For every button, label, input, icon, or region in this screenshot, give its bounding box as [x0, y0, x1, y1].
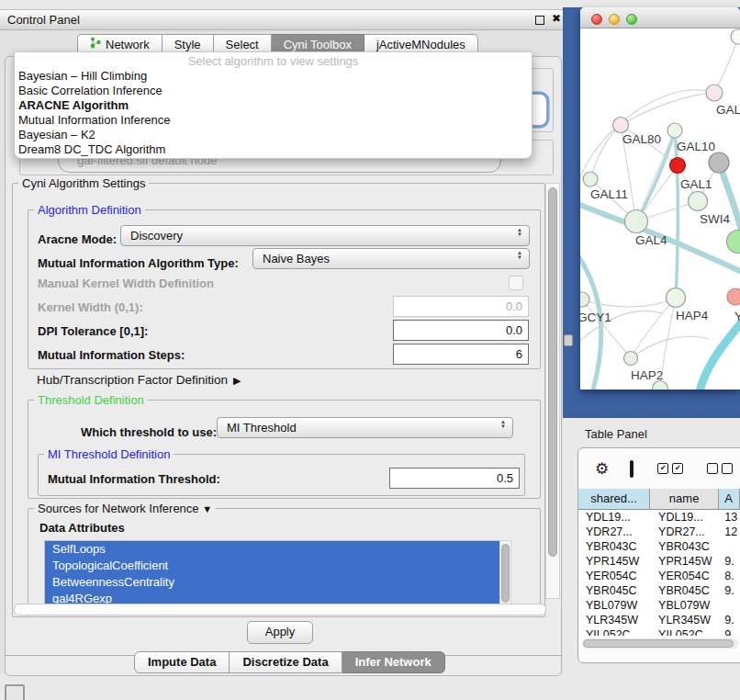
- float-window-icon[interactable]: [535, 16, 544, 25]
- columns-icon[interactable]: [630, 460, 633, 478]
- network-node[interactable]: [706, 85, 723, 101]
- collapsed-panel-icon[interactable]: [5, 684, 25, 700]
- settings-scrollbar-horizontal[interactable]: [14, 604, 546, 615]
- aracne-mode-value: Discovery: [130, 229, 183, 243]
- which-threshold-select[interactable]: MI Threshold ▲▼: [217, 417, 513, 438]
- dpi-tolerance-input[interactable]: 0.0: [393, 320, 529, 341]
- mi-threshold-input[interactable]: 0.5: [389, 468, 520, 489]
- network-node-label: Y: [734, 310, 740, 323]
- kernel-width-input[interactable]: 0.0: [393, 296, 529, 317]
- attribute-list-item[interactable]: BetweennessCentrality: [45, 574, 499, 591]
- scrollbar-thumb[interactable]: [548, 187, 557, 557]
- tab-infer-network[interactable]: Infer Network: [342, 651, 445, 673]
- table-row[interactable]: YBR045CYBR045C9.: [578, 583, 740, 598]
- scrollbar-thumb[interactable]: [583, 639, 734, 648]
- unchecked-box-icon: [722, 463, 733, 474]
- network-node-label: GAL10: [677, 140, 715, 153]
- manual-kernel-checkbox[interactable]: [509, 276, 523, 290]
- network-node[interactable]: [709, 152, 729, 173]
- network-node[interactable]: [689, 192, 708, 211]
- table-row[interactable]: YIL052CYIL052C9.: [578, 627, 740, 636]
- table-row[interactable]: YBL079WYBL079W: [578, 598, 740, 613]
- network-node-label: HAP4: [676, 309, 709, 322]
- mac-close-icon[interactable]: [591, 14, 602, 25]
- mi-threshold-group: MI Threshold Definition Mutual Informati…: [38, 454, 525, 496]
- threshold-definition-group: Threshold Definition Which threshold to …: [28, 400, 541, 499]
- network-node[interactable]: [731, 29, 740, 44]
- gear-icon[interactable]: ⚙: [595, 459, 609, 479]
- which-threshold-label: Which threshold to use:: [81, 425, 217, 439]
- close-icon[interactable]: ✖: [552, 12, 561, 25]
- network-node[interactable]: [670, 158, 686, 174]
- attribute-list-scrollbar[interactable]: [499, 540, 511, 606]
- network-node[interactable]: [625, 210, 648, 233]
- data-attributes-label: Data Attributes: [39, 521, 125, 535]
- bottom-tab-bar: Impute Data Discretize Data Infer Networ…: [134, 651, 445, 673]
- panel-splitter-handle[interactable]: [564, 334, 573, 346]
- table-scrollbar-horizontal[interactable]: [582, 638, 738, 649]
- table-cell: YLR345W: [650, 613, 719, 627]
- tab-label: Discretize Data: [242, 655, 328, 669]
- network-canvas[interactable]: GALGAL80GAL10GAL11GAL1SWI4GAL4GCY1HAP4YH…: [580, 28, 740, 390]
- table-cell: YDL19...: [578, 510, 650, 525]
- mac-minimize-icon[interactable]: [609, 14, 620, 25]
- algorithm-option[interactable]: ARACNE Algorithm: [15, 98, 532, 113]
- settings-scrollbar-vertical[interactable]: [545, 183, 560, 599]
- network-node-label: GCY1: [580, 310, 611, 324]
- column-header-name[interactable]: name: [650, 489, 719, 509]
- algorithm-option[interactable]: Bayesian – K2: [15, 128, 532, 142]
- attribute-list-item[interactable]: TopologicalCoefficient: [45, 558, 499, 574]
- table-row[interactable]: YLR345WYLR345W9.: [578, 613, 740, 627]
- mac-zoom-icon[interactable]: [626, 14, 637, 25]
- mi-steps-input[interactable]: 6: [393, 344, 529, 365]
- network-node-label: GAL80: [622, 132, 661, 146]
- algorithm-dropdown-popup: Select algorithm to view settings Bayesi…: [14, 51, 533, 159]
- mi-type-select[interactable]: Naive Bayes ▲▼: [252, 248, 530, 269]
- attribute-list-item[interactable]: SelfLoops: [45, 541, 499, 558]
- table-cell: YER054C: [578, 569, 650, 583]
- network-node[interactable]: [667, 123, 682, 138]
- network-window-titlebar[interactable]: [580, 7, 740, 28]
- table-header-row: shared... name A: [578, 489, 740, 510]
- deselect-all-checkboxes-icon[interactable]: [707, 463, 733, 474]
- network-node[interactable]: [727, 231, 740, 254]
- network-node[interactable]: [624, 352, 638, 366]
- algorithm-definition-title: Algorithm Definition: [34, 203, 145, 217]
- scrollbar-thumb[interactable]: [501, 544, 510, 603]
- network-node[interactable]: [583, 172, 598, 186]
- select-all-checkboxes-icon[interactable]: ✔ ✔: [657, 463, 683, 474]
- stepper-icon: ▲▼: [517, 251, 522, 260]
- table-row[interactable]: YDL19...YDL19...13: [578, 510, 740, 525]
- mi-type-value: Naive Bayes: [263, 252, 330, 265]
- table-cell: 9.: [719, 627, 740, 636]
- column-header-shared-name[interactable]: shared...: [578, 489, 650, 509]
- algorithm-option[interactable]: Basic Correlation Inference: [15, 84, 532, 98]
- table-panel-box: ⚙ ✔ ✔ shared... name A YDL19...YDL19...1…: [577, 447, 740, 663]
- table-row[interactable]: YER054CYER054C8.: [578, 569, 740, 583]
- sources-title[interactable]: Sources for Network Inference ▼: [34, 502, 216, 515]
- network-node[interactable]: [667, 288, 686, 308]
- table-row[interactable]: YDR27...YDR27...12: [578, 525, 740, 539]
- table-cell: [719, 598, 740, 613]
- data-attributes-list[interactable]: SelfLoopsTopologicalCoefficientBetweenne…: [44, 540, 500, 608]
- algorithm-option[interactable]: Dream8 DC_TDC Algorithm: [15, 142, 532, 157]
- table-cell: YPR145W: [578, 554, 650, 569]
- network-node[interactable]: [580, 292, 589, 307]
- table-row[interactable]: YPR145WYPR145W9.: [578, 554, 740, 569]
- network-node[interactable]: [613, 118, 629, 133]
- table-row[interactable]: YBR043CYBR043C: [578, 539, 740, 554]
- table-cell: 9.: [719, 554, 740, 569]
- table-panel-title: Table Panel: [585, 427, 647, 441]
- tab-impute-data[interactable]: Impute Data: [134, 651, 230, 673]
- apply-button[interactable]: Apply: [247, 621, 313, 644]
- algorithm-option[interactable]: Mutual Information Inference: [15, 113, 532, 128]
- table-body: YDL19...YDL19...13YDR27...YDR27...12YBR0…: [578, 510, 740, 636]
- algorithm-option[interactable]: Bayesian – Hill Climbing: [15, 69, 532, 84]
- hub-definition-toggle[interactable]: Hub/Transcription Factor Definition▶: [37, 373, 241, 387]
- tab-discretize-data[interactable]: Discretize Data: [230, 651, 342, 673]
- hub-definition-label: Hub/Transcription Factor Definition: [37, 373, 228, 387]
- network-node[interactable]: [727, 288, 740, 305]
- column-header-partial[interactable]: A: [719, 489, 740, 509]
- aracne-mode-select[interactable]: Discovery ▲▼: [120, 225, 530, 246]
- tab-label: Impute Data: [148, 655, 216, 669]
